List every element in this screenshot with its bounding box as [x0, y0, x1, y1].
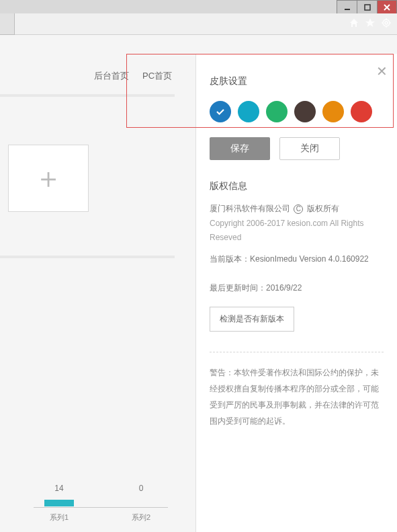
separator: [210, 352, 384, 352]
legal-warning: 警告：本软件受著作权法和国际公约的保护，未经授权擅自复制传播本程序的部分或全部，…: [210, 365, 384, 429]
svg-rect-1: [365, 5, 370, 10]
copyright-title: 版权信息: [210, 180, 384, 192]
home-icon[interactable]: [349, 17, 359, 31]
skin-swatch-orange[interactable]: [322, 101, 344, 122]
skin-swatch-blue[interactable]: [210, 101, 231, 122]
browser-toolbar: [0, 13, 397, 35]
chart-axis: [34, 507, 168, 508]
chart-category-0: 系列1: [39, 512, 79, 523]
window-close-button[interactable]: [377, 0, 397, 13]
save-button[interactable]: 保存: [210, 137, 270, 160]
version-line: 当前版本：KesionImedu Version 4.0.160922: [210, 252, 384, 267]
chart-bar: [44, 500, 74, 506]
chart-category-1: 系列2: [121, 512, 161, 523]
skin-swatch-red[interactable]: [351, 101, 372, 122]
browser-tab-stub: [0, 13, 15, 35]
chart-value-1: 0: [128, 484, 155, 493]
chart-value-0: 14: [46, 484, 73, 493]
gear-icon[interactable]: [381, 17, 392, 31]
check-update-button[interactable]: 检测是否有新版本: [210, 307, 294, 332]
copyright-en: Copyright 2006-2017 kesion.com All Right…: [210, 217, 384, 245]
skin-settings-panel: ✕ 皮肤设置 保存 关闭 版权信息 厦门科汛软件有限公司 C 版权所有 Copy…: [195, 54, 397, 532]
panel-title: 皮肤设置: [210, 75, 384, 87]
svg-point-5: [385, 22, 388, 24]
window-titlebar: [0, 0, 397, 13]
skin-swatch-cyan[interactable]: [238, 101, 259, 122]
skin-swatch-brown[interactable]: [294, 101, 316, 122]
star-icon[interactable]: [365, 17, 376, 31]
skin-swatches: [210, 101, 384, 122]
check-icon: [215, 106, 226, 117]
plus-icon: ＋: [34, 159, 62, 197]
skin-swatch-green[interactable]: [266, 101, 288, 122]
window-minimize-button[interactable]: [337, 0, 357, 13]
divider: [0, 256, 175, 258]
panel-close-button[interactable]: ✕: [376, 63, 388, 79]
window-maximize-button[interactable]: [357, 0, 377, 13]
nav-pc-home[interactable]: PC首页: [142, 70, 172, 82]
stats-chart: 14 0 系列1 系列2: [13, 471, 168, 525]
close-button[interactable]: 关闭: [279, 137, 340, 160]
nav-backend-home[interactable]: 后台首页: [94, 70, 129, 82]
add-card[interactable]: ＋: [8, 145, 89, 212]
copyright-icon: C: [294, 204, 303, 214]
close-icon: ✕: [376, 64, 388, 79]
svg-point-4: [383, 20, 390, 26]
company-line: 厦门科汛软件有限公司 C 版权所有: [210, 202, 384, 217]
update-line: 最后更新时间：2016/9/22: [210, 281, 384, 296]
divider: [0, 94, 175, 97]
